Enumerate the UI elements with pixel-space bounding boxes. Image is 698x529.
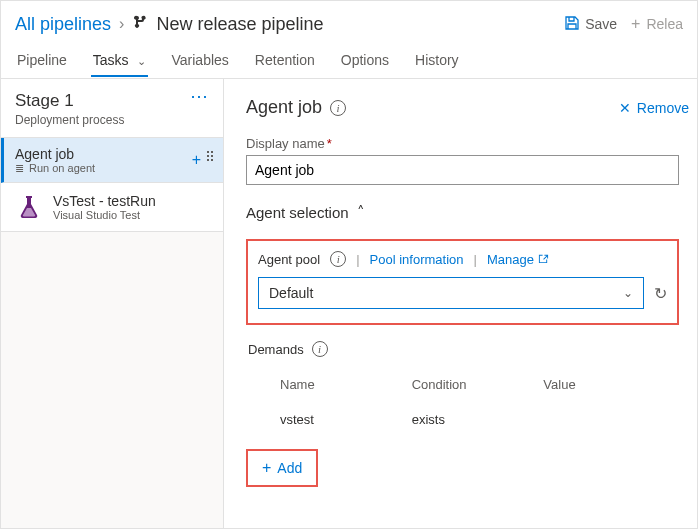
col-value: Value: [543, 377, 675, 392]
remove-button[interactable]: ✕ Remove: [619, 100, 689, 116]
list-icon: ≣: [15, 164, 25, 172]
tab-history[interactable]: History: [413, 44, 461, 76]
agent-job-subtitle: Run on agent: [29, 162, 95, 174]
demand-name: vstest: [280, 412, 412, 427]
grip-icon[interactable]: [207, 151, 213, 169]
tab-tasks[interactable]: Tasks ⌄: [91, 44, 148, 76]
stage-header[interactable]: Stage 1 Deployment process ⋯: [1, 79, 223, 138]
flask-icon: [15, 193, 43, 221]
tab-tasks-label: Tasks: [93, 52, 129, 68]
main: Stage 1 Deployment process ⋯ Agent job ≣…: [1, 79, 697, 528]
tab-variables[interactable]: Variables: [170, 44, 231, 76]
top-bar: All pipelines › New release pipeline Sav…: [1, 1, 697, 41]
display-name-field[interactable]: [246, 155, 679, 185]
agent-pool-select[interactable]: Default ⌄: [258, 277, 644, 309]
save-label: Save: [585, 16, 617, 32]
demands-label: Demands: [248, 342, 304, 357]
tab-retention[interactable]: Retention: [253, 44, 317, 76]
info-icon[interactable]: i: [330, 251, 346, 267]
external-link-icon: [538, 252, 549, 267]
table-row[interactable]: vstest exists: [246, 402, 679, 437]
chevron-right-icon: ›: [119, 15, 124, 33]
save-icon: [565, 16, 579, 33]
branch-icon: [132, 14, 148, 34]
release-label: Relea: [646, 16, 683, 32]
task-row[interactable]: VsTest - testRun Visual Studio Test: [1, 183, 223, 232]
col-condition: Condition: [412, 377, 544, 392]
agent-pool-highlight: Agent pool i | Pool information | Manage…: [246, 239, 679, 325]
demand-value: [543, 412, 675, 427]
demand-condition: exists: [412, 412, 544, 427]
refresh-icon[interactable]: ↻: [654, 284, 667, 303]
stage-title: Stage 1: [15, 91, 124, 111]
remove-label: Remove: [637, 100, 689, 116]
agent-pool-value: Default: [269, 285, 313, 301]
tab-options[interactable]: Options: [339, 44, 391, 76]
breadcrumb-root[interactable]: All pipelines: [15, 14, 111, 35]
info-icon[interactable]: i: [312, 341, 328, 357]
right-panel: Agent job i ✕ Remove Display name* Agent…: [224, 79, 697, 528]
x-icon: ✕: [619, 100, 631, 116]
demands-table: Name Condition Value vstest exists: [246, 367, 679, 437]
top-actions: Save + Relea: [565, 15, 683, 33]
chevron-down-icon: ⌄: [623, 286, 633, 300]
task-subtitle: Visual Studio Test: [53, 209, 156, 221]
plus-icon: +: [631, 15, 640, 33]
display-name-label: Display name*: [246, 136, 679, 151]
breadcrumb: All pipelines › New release pipeline: [15, 14, 565, 35]
info-icon[interactable]: i: [330, 100, 346, 116]
chevron-down-icon: ⌄: [137, 55, 146, 67]
detail-title: Agent job: [246, 97, 322, 118]
stage-subtitle: Deployment process: [15, 113, 124, 127]
chevron-up-icon: ˄: [357, 203, 365, 221]
save-button[interactable]: Save: [565, 16, 617, 33]
pool-info-link[interactable]: Pool information: [370, 252, 464, 267]
col-name: Name: [280, 377, 412, 392]
more-icon[interactable]: ⋯: [190, 91, 209, 101]
page-title: New release pipeline: [156, 14, 323, 35]
agent-job-title: Agent job: [15, 146, 192, 162]
agent-selection-toggle[interactable]: Agent selection ˄: [246, 203, 679, 221]
agent-job-row[interactable]: Agent job ≣ Run on agent +: [1, 138, 223, 183]
add-button[interactable]: + Add: [246, 449, 318, 487]
add-task-icon[interactable]: +: [192, 151, 201, 169]
plus-icon: +: [262, 459, 271, 477]
release-button[interactable]: + Relea: [631, 15, 683, 33]
left-panel: Stage 1 Deployment process ⋯ Agent job ≣…: [1, 79, 224, 528]
manage-link[interactable]: Manage: [487, 252, 549, 267]
task-title: VsTest - testRun: [53, 193, 156, 209]
agent-selection-label: Agent selection: [246, 204, 349, 221]
tabs: Pipeline Tasks ⌄ Variables Retention Opt…: [1, 41, 697, 79]
add-label: Add: [277, 460, 302, 476]
agent-pool-label: Agent pool: [258, 252, 320, 267]
tab-pipeline[interactable]: Pipeline: [15, 44, 69, 76]
